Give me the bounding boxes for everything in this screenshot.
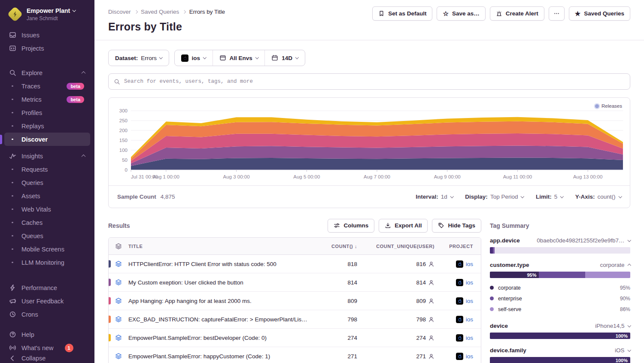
sidebar-item-insights[interactable]: Insights <box>0 149 94 163</box>
limit-selector[interactable]: Limit:5 <box>536 194 563 200</box>
layers-icon[interactable] <box>109 353 128 360</box>
sidebar-item-help[interactable]: Help <box>0 328 94 341</box>
dataset-selector[interactable]: Dataset: Errors <box>108 50 169 66</box>
layers-icon[interactable] <box>109 334 128 341</box>
sidebar-item-label: Help <box>21 331 34 338</box>
project-link[interactable]: ios <box>434 297 481 305</box>
chevron-down-icon <box>203 56 207 59</box>
count-unique-value: 816 <box>416 261 426 267</box>
layers-icon[interactable] <box>109 260 128 267</box>
sidebar-item-profiles[interactable]: Profiles <box>0 106 94 119</box>
sidebar-item-user-feedback[interactable]: User Feedback <box>0 294 94 308</box>
apple-icon <box>456 334 463 342</box>
sidebar-collapse[interactable]: Collapse <box>0 354 94 362</box>
sidebar-item-discover[interactable]: Discover <box>4 133 90 146</box>
count-unique-value: 798 <box>416 316 426 323</box>
facet-legend-row[interactable]: corporate95% <box>490 282 630 293</box>
more-options-button[interactable] <box>549 6 565 21</box>
facet-distribution-bar[interactable]: 100% <box>490 357 630 363</box>
search-input[interactable] <box>124 79 625 85</box>
sidebar-item-label: Explore <box>21 70 43 76</box>
layers-icon[interactable] <box>109 279 128 286</box>
sidebar: Empower Plant Jane Schmidt IssuesProject… <box>0 0 94 363</box>
chevron-up-icon[interactable] <box>627 264 631 267</box>
series-color-chip <box>109 316 111 323</box>
create-alert-button[interactable]: Create Alert <box>490 6 544 21</box>
bookmark-icon <box>378 10 385 17</box>
sidebar-item-replays[interactable]: Replays <box>0 119 94 133</box>
set-as-default-button[interactable]: Set as Default <box>372 6 432 21</box>
error-title-link[interactable]: App Hanging: App hanging for at least 20… <box>128 298 314 304</box>
sidebar-item-caches[interactable]: Caches <box>0 216 94 229</box>
environment-filter[interactable]: All Envs <box>213 50 265 66</box>
col-title[interactable]: TITLE <box>128 244 314 249</box>
org-user: Jane Schmidt <box>27 15 76 21</box>
sidebar-item-whats-new[interactable]: What's new1 <box>0 341 94 354</box>
sidebar-item-queries[interactable]: Queries <box>0 176 94 189</box>
project-link[interactable]: ios <box>434 334 481 342</box>
saved-queries-button[interactable]: ★ Saved Queries <box>569 6 630 21</box>
sidebar-item-queues[interactable]: Queues <box>0 229 94 242</box>
sidebar-item-label: Requests <box>21 166 48 173</box>
project-link[interactable]: ios <box>434 260 481 268</box>
sidebar-item-issues[interactable]: Issues <box>0 28 94 42</box>
sidebar-item-web-vitals[interactable]: Web Vitals <box>0 203 94 216</box>
error-title-link[interactable]: EXC_BAD_INSTRUCTION: captureFatalError: … <box>128 316 314 323</box>
sidebar-item-explore[interactable]: Explore <box>0 66 94 79</box>
sidebar-item-projects[interactable]: Projects <box>0 42 94 55</box>
chevron-down-icon[interactable] <box>627 324 631 327</box>
sidebar-item-traces[interactable]: Tracesbeta <box>0 79 94 93</box>
sidebar-item-llm-monitoring[interactable]: LLM Monitoring <box>0 256 94 269</box>
project-filter[interactable]: ios <box>175 50 213 66</box>
project-link[interactable]: ios <box>434 316 481 323</box>
error-title-link[interactable]: EmpowerPlant.SampleError: bestDeveloper … <box>128 335 314 341</box>
error-title-link[interactable]: EmpowerPlant.SampleError: happyCustomer … <box>128 353 314 360</box>
chevron-down-icon[interactable] <box>627 348 631 351</box>
project-link[interactable]: ios <box>434 279 481 286</box>
y-axis-selector[interactable]: Y-Axis:count() <box>575 194 621 200</box>
facet-distribution-bar[interactable]: 100% <box>490 333 630 339</box>
series-color-chip <box>109 260 111 268</box>
sidebar-item-label: Queries <box>21 179 43 186</box>
sidebar-item-requests[interactable]: Requests <box>0 163 94 176</box>
col-count-unique[interactable]: COUNT_UNIQUE(USER) <box>357 244 434 249</box>
calendar-icon <box>271 54 278 61</box>
breadcrumb-discover[interactable]: Discover <box>108 9 131 15</box>
layers-icon[interactable] <box>109 297 128 304</box>
layers-icon[interactable] <box>109 316 128 323</box>
sidebar-item-performance[interactable]: Performance <box>0 281 94 294</box>
sidebar-item-mobile-screens[interactable]: Mobile Screens <box>0 242 94 256</box>
sidebar-item-label: Performance <box>21 284 57 291</box>
count-unique-value: 271 <box>416 353 426 360</box>
facet-distribution-bar[interactable]: 95% <box>490 272 630 278</box>
facet-distribution-bar[interactable] <box>490 247 630 254</box>
sidebar-item-metrics[interactable]: Metricsbeta <box>0 93 94 106</box>
breadcrumb-saved-queries[interactable]: Saved Queries <box>141 9 179 15</box>
sidebar-item-label: Caches <box>21 219 43 226</box>
lightning-icon <box>9 284 16 292</box>
columns-button[interactable]: Columns <box>328 219 374 233</box>
project-name: ios <box>466 353 473 360</box>
project-name: ios <box>466 261 473 267</box>
org-switcher[interactable]: Empower Plant Jane Schmidt <box>0 6 94 28</box>
display-selector[interactable]: Display:Top Period <box>465 194 524 200</box>
error-title-link[interactable]: HTTPClientError: HTTP Client Error with … <box>128 261 314 267</box>
chevron-down-icon[interactable] <box>627 238 631 242</box>
bullet-icon <box>9 182 16 184</box>
save-as-button[interactable]: ☆ Save as… <box>437 6 485 21</box>
col-count[interactable]: COUNT() ↓ <box>314 244 357 249</box>
interval-selector[interactable]: Interval:1d <box>416 194 453 200</box>
error-title-link[interactable]: My Custom exeption: User clicked the but… <box>128 279 314 286</box>
releases-legend[interactable]: Releases <box>595 103 622 109</box>
sidebar-item-assets[interactable]: Assets <box>0 189 94 203</box>
hide-tags-button[interactable]: Hide Tags <box>432 219 481 233</box>
export-all-button[interactable]: Export All <box>379 219 428 233</box>
sidebar-item-crons[interactable]: Crons <box>0 308 94 321</box>
person-icon <box>428 316 434 323</box>
col-project[interactable]: PROJECT <box>434 244 481 249</box>
facet-legend-row[interactable]: self-serve86% <box>490 304 630 315</box>
project-link[interactable]: ios <box>434 353 481 360</box>
facet-top-value: iOS <box>615 347 625 354</box>
facet-legend-row[interactable]: enterprise90% <box>490 293 630 304</box>
date-range-filter[interactable]: 14D <box>264 50 304 66</box>
